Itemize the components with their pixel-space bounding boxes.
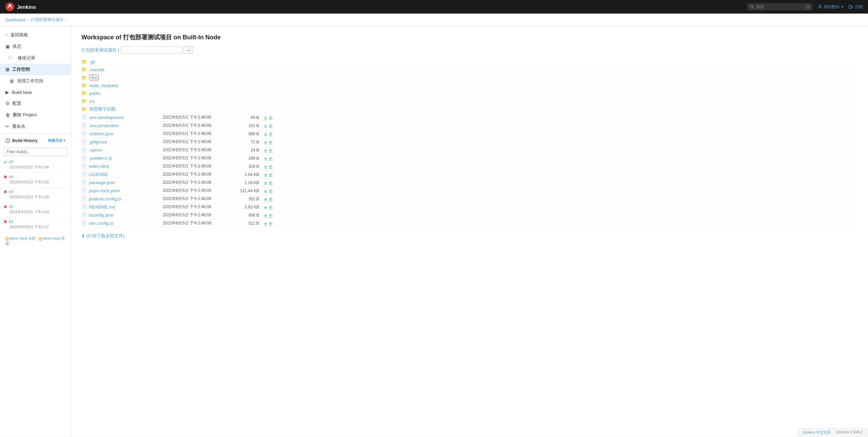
file-link[interactable]: tsconfig.json: [89, 213, 113, 218]
files-list: 📄 .env.development 2022年8月5日 下午2:48:06 6…: [81, 114, 858, 227]
file-eye-icon[interactable]: 👁: [269, 221, 273, 225]
breadcrumb-dashboard[interactable]: Dashboard: [5, 18, 25, 22]
file-eye-icon[interactable]: 👁: [269, 213, 273, 217]
file-size: 121.44 KB: [237, 188, 264, 193]
sidebar-item-config[interactable]: ⚙ 配置: [0, 98, 71, 109]
file-view-icon[interactable]: ●: [264, 213, 267, 217]
folder-node-modules-link[interactable]: node_modules: [89, 83, 118, 88]
file-eye-icon[interactable]: 👁: [269, 164, 273, 168]
sidebar-item-clean-workspace[interactable]: 🗑 清理工作空间: [0, 75, 71, 87]
folder-public-link[interactable]: public: [89, 91, 101, 96]
build-2-link[interactable]: #2: [9, 204, 13, 209]
file-view-icon[interactable]: ●: [264, 189, 267, 193]
sidebar-item-rename[interactable]: ✏ 重命名: [0, 121, 71, 132]
file-view-icon[interactable]: ●: [264, 173, 267, 177]
sidebar: ↑ 返回面板 ▣ 状态 〈〉 修改记录 ⊞ 工作空间 🗑 清理工作空间 ▶ Bu…: [0, 26, 71, 436]
file-eye-icon[interactable]: 👁: [269, 140, 273, 144]
build-filter-input[interactable]: [3, 148, 67, 156]
file-view-icon[interactable]: ●: [264, 140, 267, 144]
workspace-path-link[interactable]: 打包部署测试项目: [81, 47, 117, 53]
file-eye-icon[interactable]: 👁: [269, 124, 273, 128]
atom-icon-1: [5, 237, 9, 241]
file-link[interactable]: .npmrc: [89, 147, 102, 153]
file-eye-icon[interactable]: 👁: [269, 156, 273, 160]
file-link[interactable]: LICENSE: [89, 172, 108, 177]
build-1-link[interactable]: #1: [9, 219, 13, 224]
file-eye-icon[interactable]: 👁: [269, 205, 273, 209]
search-input[interactable]: [756, 4, 804, 9]
build-3-link[interactable]: #3: [9, 190, 13, 194]
build-5-link[interactable]: #5: [9, 160, 13, 164]
file-link[interactable]: vite.config.ts: [89, 221, 113, 226]
file-link[interactable]: .prettierrc.js: [89, 156, 112, 161]
sidebar-item-back[interactable]: ↑ 返回面板: [0, 29, 71, 41]
build-history-label-group: Build History: [5, 138, 38, 143]
logout-icon: [849, 5, 853, 9]
file-view-icon[interactable]: ●: [264, 205, 267, 209]
user-menu[interactable]: 易利数科 ▾: [818, 4, 843, 10]
build-4-link[interactable]: #4: [9, 175, 13, 179]
file-view-icon[interactable]: ●: [264, 116, 267, 120]
folder-src-link[interactable]: src: [89, 99, 95, 104]
search-icon: [750, 5, 754, 9]
file-view-icon[interactable]: ●: [264, 181, 267, 185]
sidebar-item-workspace[interactable]: ⊞ 工作空间: [0, 64, 71, 75]
file-link[interactable]: .env.development: [89, 115, 123, 120]
file-link[interactable]: pnpm-lock.yaml: [89, 188, 120, 193]
folder-dist-link[interactable]: dist: [89, 75, 99, 80]
file-eye-icon[interactable]: 👁: [269, 197, 273, 201]
sidebar-item-build-now[interactable]: ▶ Build Now: [0, 87, 71, 98]
folder-zhihuilouyu-link[interactable]: 智慧楼宇切图: [89, 106, 116, 112]
file-link[interactable]: package.json: [89, 180, 115, 185]
folder-vscode-link[interactable]: .vscode: [89, 67, 104, 72]
file-eye-icon[interactable]: 👁: [269, 132, 273, 136]
file-view-icon[interactable]: ●: [264, 124, 267, 128]
file-date: 2022年8月5日 下午2:48:06: [163, 163, 237, 169]
file-view-icon[interactable]: ●: [264, 197, 267, 201]
file-link[interactable]: index.html: [89, 164, 109, 169]
file-link[interactable]: postcss.config.js: [89, 196, 121, 201]
file-date: 2022年8月5日 下午2:48:06: [163, 155, 237, 161]
file-link[interactable]: .gitignore: [89, 139, 107, 144]
file-view-icon[interactable]: ●: [264, 221, 267, 225]
file-view-icon[interactable]: ●: [264, 132, 267, 136]
user-dropdown-icon: ▾: [841, 4, 843, 9]
file-icon: 📄: [81, 147, 87, 153]
download-all-link[interactable]: ⬇ (打包下载全部文件): [81, 233, 858, 239]
file-row: 📄 .npmrc 2022年8月5日 下午2:48:06 24 B ● 👁: [81, 146, 858, 154]
file-link[interactable]: README.md: [89, 204, 115, 210]
atom-all-link[interactable]: Atom feed 全部: [10, 236, 35, 240]
file-eye-icon[interactable]: 👁: [269, 148, 273, 152]
svg-text:?: ?: [807, 6, 809, 8]
build-history-dropdown[interactable]: 构建历史 ▾: [48, 138, 65, 143]
file-row: 📄 LICENSE 2022年8月5日 下午2:48:06 1.04 KB ● …: [81, 171, 858, 179]
file-icon: 📄: [81, 196, 87, 201]
build-4-status-icon: ✖: [3, 174, 7, 180]
user-icon: [818, 5, 822, 9]
file-link[interactable]: .eslintrc.json: [89, 131, 113, 136]
sidebar-item-changes[interactable]: 〈〉 修改记录: [0, 52, 71, 64]
file-actions: ● 👁: [264, 213, 273, 217]
file-view-icon[interactable]: ●: [264, 156, 267, 160]
breadcrumb-project[interactable]: 打包部署测试项目: [31, 17, 63, 23]
sidebar-item-delete[interactable]: 🗑 删除 Project: [0, 109, 71, 121]
svg-point-5: [819, 5, 821, 7]
folder-public: 📁 public: [81, 90, 858, 97]
search-box[interactable]: ?: [747, 3, 812, 11]
file-eye-icon[interactable]: 👁: [269, 189, 273, 193]
workspace-path-go-btn[interactable]: →: [183, 46, 194, 54]
workspace-path-input[interactable]: [121, 46, 182, 54]
file-eye-icon[interactable]: 👁: [269, 181, 273, 185]
footer-community-link[interactable]: Jenkins 中文社区: [803, 430, 831, 435]
file-eye-icon[interactable]: 👁: [269, 173, 273, 177]
folder-git-link[interactable]: .git: [89, 59, 95, 64]
file-view-icon[interactable]: ●: [264, 164, 267, 168]
file-eye-icon[interactable]: 👁: [269, 116, 273, 120]
file-view-icon[interactable]: ●: [264, 148, 267, 152]
file-link[interactable]: .env.production: [89, 123, 119, 128]
sidebar-item-status[interactable]: ▣ 状态: [0, 41, 71, 52]
file-name-cell: 📄 .env.production: [81, 123, 163, 128]
folder-dist-name: 📁 dist: [81, 75, 163, 80]
logout-button[interactable]: 注销: [849, 4, 863, 10]
build-5-status-icon: ✔: [3, 159, 7, 165]
